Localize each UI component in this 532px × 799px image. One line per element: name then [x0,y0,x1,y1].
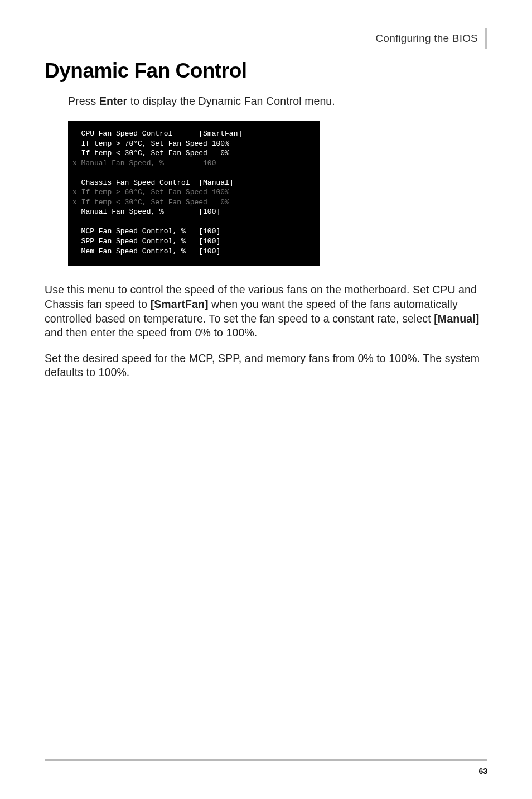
bios-line-prefix [72,139,81,148]
content-indent: Press Enter to display the Dynamic Fan C… [68,95,487,266]
bios-line-prefix [72,247,81,256]
footer-divider [45,759,487,761]
bios-line: MCP Fan Speed Control, % [100] [72,227,309,237]
bios-line-prefix [72,179,81,187]
intro-suffix: to display the Dynamic Fan Control menu. [127,95,335,107]
bios-line-text: If temp < 30°C, Set Fan Speed 0% [81,198,229,206]
page-number: 63 [45,767,487,776]
bios-line: Manual Fan Speed, % [100] [72,207,309,217]
bios-line: If temp > 70°C, Set Fan Speed 100% [72,139,309,149]
bios-line-prefix [72,129,81,138]
intro-text: Press Enter to display the Dynamic Fan C… [68,95,487,108]
body-paragraph-2: Set the desired speed for the MCP, SPP, … [45,352,487,380]
bios-line-prefix [72,208,81,216]
bios-line-text: If temp > 60°C, Set Fan Speed 100% [81,188,229,196]
intro-bold: Enter [99,95,127,107]
bios-line: Chassis Fan Speed Control [Manual] [72,178,309,188]
bios-line [72,168,309,178]
bios-line-text: Manual Fan Speed, % [100] [81,208,221,216]
bios-line-prefix: x [72,198,81,206]
bios-line: CPU Fan Speed Control [SmartFan] [72,129,309,139]
body-paragraph-1: Use this menu to control the speed of th… [45,283,487,340]
bios-line [72,217,309,227]
bios-line-text: Manual Fan Speed, % 100 [81,159,216,167]
page-title: Dynamic Fan Control [45,59,487,83]
bios-line-prefix: x [72,188,81,196]
intro-prefix: Press [68,95,99,107]
bios-line-prefix [72,227,81,235]
bios-line: SPP Fan Speed Control, % [100] [72,237,309,247]
para1-bold2: [Manual] [434,312,479,325]
bios-line: x If temp > 60°C, Set Fan Speed 100% [72,187,309,198]
para1-bold1: [SmartFan] [151,298,209,310]
bios-line-text: MCP Fan Speed Control, % [100] [81,227,221,235]
page-footer: 63 [45,759,487,776]
header-divider-bar [485,28,487,49]
bios-line-prefix [72,149,81,157]
bios-line: x If temp < 30°C, Set Fan Speed 0% [72,198,309,208]
bios-line-text: If temp < 30°C, Set Fan Speed 0% [81,149,229,157]
bios-line-text: If temp > 70°C, Set Fan Speed 100% [81,139,229,148]
bios-menu-box: CPU Fan Speed Control [SmartFan] If temp… [68,121,320,266]
bios-line: Mem Fan Speed Control, % [100] [72,247,309,257]
bios-line-prefix [72,237,81,246]
header-row: Configuring the BIOS [45,28,487,49]
bios-line: x Manual Fan Speed, % 100 [72,158,309,169]
bios-line-text: Chassis Fan Speed Control [Manual] [81,179,234,187]
bios-line: If temp < 30°C, Set Fan Speed 0% [72,148,309,158]
bios-line-text: Mem Fan Speed Control, % [100] [81,247,221,256]
bios-line-text: CPU Fan Speed Control [SmartFan] [81,129,243,138]
header-section-text: Configuring the BIOS [375,32,478,45]
bios-line-prefix: x [72,159,81,167]
bios-line-text: SPP Fan Speed Control, % [100] [81,237,221,246]
para1-part3: and then enter the speed from 0% to 100%… [45,326,257,339]
page-container: Configuring the BIOS Dynamic Fan Control… [0,0,532,799]
